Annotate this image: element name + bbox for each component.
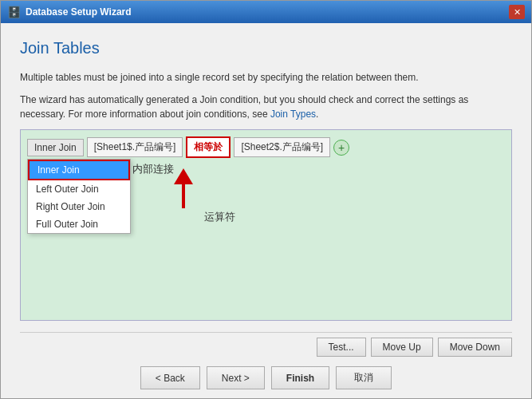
move-up-button[interactable]: Move Up [371,338,433,357]
page-title: Join Tables [20,39,512,57]
arrow-shaft [182,184,185,208]
description-2: The wizard has automatically generated a… [20,93,512,121]
annotation-operator: 运算符 [204,210,235,224]
join-bar: Inner Join [Sheet1$.产品编号] 相等於 [Sheet2$.产… [27,136,505,158]
action-buttons: Test... Move Up Move Down [20,332,512,360]
description-1: Multiple tables must be joined into a si… [20,70,512,85]
dropdown-item-left-outer-join[interactable]: Left Outer Join [28,180,130,198]
window: 🗄️ Database Setup Wizard ✕ Join Tables M… [0,0,532,399]
description-2-text: The wizard has automatically generated a… [20,94,468,120]
join-type-button[interactable]: Inner Join [27,139,84,156]
arrow-head [174,168,193,184]
next-button[interactable]: Next > [207,366,265,389]
field2-button[interactable]: [Sheet2$.产品编号] [234,137,330,157]
finish-button[interactable]: Finish [271,366,329,389]
nav-buttons: < Back Next > Finish 取消 [20,360,512,394]
dropdown-item-inner-join[interactable]: Inner Join [28,160,130,180]
join-types-link[interactable]: Join Types [270,109,316,120]
join-type-dropdown: Inner Join Left Outer Join Right Outer J… [27,159,131,234]
arrow-to-operator [174,168,193,208]
move-down-button[interactable]: Move Down [438,338,512,357]
dropdown-item-right-outer-join[interactable]: Right Outer Join [28,198,130,215]
cancel-button[interactable]: 取消 [336,366,392,389]
window-title: Database Setup Wizard [26,6,509,18]
test-button[interactable]: Test... [317,338,366,357]
back-button[interactable]: < Back [140,366,200,389]
field1-button[interactable]: [Sheet1$.产品编号] [87,137,183,157]
title-bar: 🗄️ Database Setup Wizard ✕ [1,1,531,23]
window-icon: 🗄️ [7,6,21,18]
add-condition-button[interactable]: + [333,140,349,156]
dropdown-item-full-outer-join[interactable]: Full Outer Join [28,215,130,233]
close-button[interactable]: ✕ [509,5,525,19]
operator-button[interactable]: 相等於 [186,136,231,158]
main-content: Join Tables Multiple tables must be join… [1,23,531,399]
annotation-inner-join: 内部连接 [132,162,174,176]
join-area: Inner Join [Sheet1$.产品编号] 相等於 [Sheet2$.产… [20,129,512,321]
